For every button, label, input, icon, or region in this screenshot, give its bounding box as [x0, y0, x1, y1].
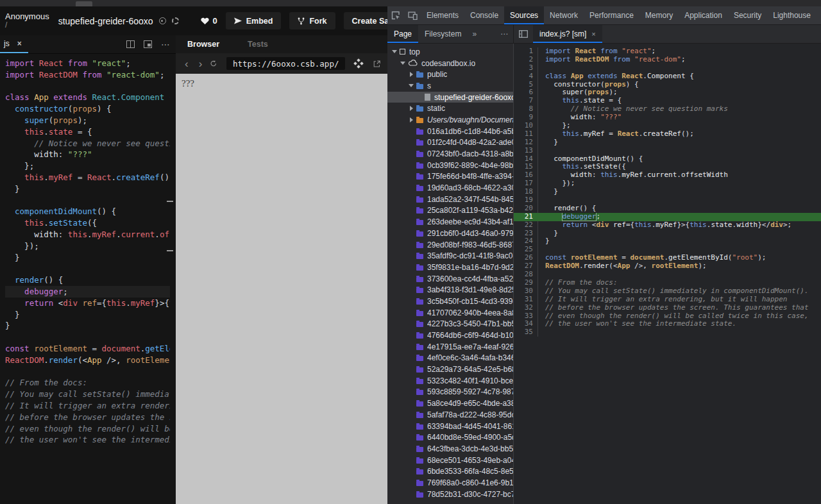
tab-browser[interactable]: Browser — [187, 40, 219, 49]
tree-item-5afaf78a-d222-4c88-95dc-2[interactable]: 5afaf78a-d222-4c88-95dc-2 — [387, 409, 513, 421]
tree-item-users-bvaughn-documents-g[interactable]: Users/bvaughn/Documents/g — [387, 114, 513, 126]
line-number[interactable]: 19 — [514, 196, 538, 205]
tree-item-263deebe-ec9d-43b4-af1c-1[interactable]: 263deebe-ec9d-43b4-af1c-1 — [387, 216, 513, 228]
tree-item-68ece501-4653-49eb-a049-2[interactable]: 68ece501-4653-49eb-a049-2 — [387, 455, 513, 466]
tree-item-291cb6f0-d4d3-46a0-979d-d[interactable]: 291cb6f0-d4d3-46a0-979d-d — [387, 228, 513, 239]
devtools-tab-lighthouse[interactable]: Lighthouse — [767, 6, 817, 24]
line-number[interactable]: 12 — [514, 139, 538, 147]
open-external-icon[interactable] — [373, 60, 381, 68]
sidebar-menu-icon[interactable]: ⋯ — [496, 25, 513, 43]
editor-more-icon[interactable]: ⋯ — [161, 39, 171, 49]
devtools-tab-application[interactable]: Application — [679, 6, 728, 24]
tree-item-3c5b450f-cb15-4cd3-939d-5[interactable]: 3c5b450f-cb15-4cd3-939d-5 — [387, 296, 513, 307]
line-number[interactable]: 29 — [514, 279, 538, 287]
devtools-tab-console[interactable]: Console — [464, 6, 504, 24]
tree-item-1ada52a2-347f-454b-845b-a[interactable]: 1ada52a2-347f-454b-845b-a — [387, 194, 513, 205]
tree-item-593c8859-5927-4c78-987c-5[interactable]: 593c8859-5927-4c78-987c-5 — [387, 387, 513, 398]
devtools-tab-elements[interactable]: Elements — [421, 6, 464, 24]
tree-item-01f2c4fd-04d8-42a2-ade0-3[interactable]: 01f2c4fd-04d8-42a2-ade0-3 — [387, 137, 513, 149]
tree-item-35f9831e-ba16-4b7d-9d26-4[interactable]: 35f9831e-ba16-4b7d-9d26-4 — [387, 262, 513, 273]
line-number[interactable]: 30 — [514, 287, 538, 296]
tree-item-19d60ad3-68cb-4622-a30f-3[interactable]: 19d60ad3-68cb-4622-a30f-3 — [387, 182, 513, 194]
line-number[interactable]: 5 — [514, 81, 538, 89]
line-number[interactable]: 2 — [514, 56, 538, 64]
devtools-tab-sources[interactable]: Sources — [504, 6, 544, 24]
devtools-tab-security[interactable]: Security — [728, 6, 767, 24]
devtools-tab-memory[interactable]: Memory — [639, 6, 679, 24]
tree-item-5a8ce4d9-e65c-4bde-a38c-a[interactable]: 5a8ce4d9-e65c-4bde-a38c-a — [387, 398, 513, 409]
tree-item-4227b3c3-5450-47b1-bb54-[interactable]: 4227b3c3-5450-47b1-bb54- — [387, 319, 513, 330]
tree-item-64c3fbea-3dcb-4e3d-bb58-2[interactable]: 64c3fbea-3dcb-4e3d-bb58-2 — [387, 443, 513, 455]
tree-item-175fe66d-b4f8-4ffe-a394-ffb[interactable]: 175fe66d-b4f8-4ffe-a394-ffb — [387, 171, 513, 183]
file-tab-indexjs[interactable]: index.js? [sm] × — [533, 25, 602, 43]
line-number[interactable]: 20 — [514, 205, 538, 213]
line-number[interactable]: 3 — [514, 64, 538, 72]
chevron-down-icon[interactable] — [408, 84, 414, 87]
tree-item-static[interactable]: static — [387, 103, 513, 114]
device-toolbar-icon[interactable] — [404, 6, 421, 24]
settings-gear-icon[interactable] — [172, 17, 179, 24]
source-code-view[interactable]: 1import React from "react";2import React… — [514, 44, 821, 504]
tree-item-public[interactable]: public — [387, 69, 513, 80]
editor-scroll-marker[interactable] — [167, 250, 173, 251]
editor-scroll-marker[interactable] — [167, 201, 173, 202]
collapse-sidebar-icon[interactable] — [514, 25, 533, 43]
tree-item-25ca802f-a119-453a-b42a-b[interactable]: 25ca802f-a119-453a-b42a-b — [387, 205, 513, 217]
tree-item-6440bd8e-59ed-4900-a5d1-[interactable]: 6440bd8e-59ed-4900-a5d1- — [387, 432, 513, 443]
chevron-right-icon[interactable] — [408, 117, 414, 122]
tree-item-47664db6-c6f9-464d-b102-4[interactable]: 47664db6-c6f9-464d-b102-4 — [387, 330, 513, 341]
line-number[interactable]: 1 — [514, 47, 538, 56]
devtools-tab-components[interactable]: Components — [817, 6, 821, 24]
tree-item-4ef0ce6c-3a46-4afa-b346-b[interactable]: 4ef0ce6c-3a46-4afa-b346-b — [387, 353, 513, 364]
editor-code[interactable]: import React from "react";import ReactDO… — [0, 54, 176, 446]
tree-item-4e17915a-ee7a-4eaf-9269-a[interactable]: 4e17915a-ee7a-4eaf-9269-a — [387, 341, 513, 353]
preview-window-icon[interactable] — [144, 40, 152, 48]
back-icon[interactable]: ‹ — [182, 58, 191, 69]
line-number[interactable]: 11 — [514, 130, 538, 139]
tree-item-6bde3533-66fa-48c5-8e58-f[interactable]: 6bde3533-66fa-48c5-8e58-f — [387, 466, 513, 477]
split-view-icon[interactable] — [126, 40, 135, 48]
line-number[interactable]: 13 — [514, 147, 538, 155]
tree-item-29ed08bf-f983-46d5-8687-4[interactable]: 29ed08bf-f983-46d5-8687-4 — [387, 239, 513, 251]
tree-item-5323c482-40f1-4910-bcea-0[interactable]: 5323c482-40f1-4910-bcea-0 — [387, 375, 513, 387]
line-number[interactable]: 35 — [514, 328, 538, 337]
tree-item-3ab4f318-f3d1-49e8-8d25-7[interactable]: 3ab4f318-f3d1-49e8-8d25-7 — [387, 284, 513, 296]
sandbox-title[interactable]: stupefied-greider-6ooxo — [58, 16, 153, 26]
tree-item-63394bad-4d45-4041-8611-[interactable]: 63394bad-4d45-4041-8611- — [387, 421, 513, 432]
line-number[interactable]: 22 — [514, 221, 538, 230]
tree-item-41707062-940b-4eea-8a8d-[interactable]: 41707062-940b-4eea-8a8d- — [387, 307, 513, 319]
line-number[interactable]: 28 — [514, 271, 538, 279]
tree-item-52a29a73-64a5-42e5-b68c-b[interactable]: 52a29a73-64a5-42e5-b68c-b — [387, 364, 513, 375]
editor-file-tab[interactable]: js × — [0, 35, 28, 53]
inspect-element-icon[interactable] — [387, 6, 404, 24]
devtools-tab-performance[interactable]: Performance — [584, 6, 639, 24]
devtools-tab-network[interactable]: Network — [544, 6, 584, 24]
tree-item-769f68a0-c860-41e6-9b13-6[interactable]: 769f68a0-c860-41e6-9b13-6 — [387, 477, 513, 489]
line-number[interactable]: 10 — [514, 122, 538, 130]
like-control[interactable]: 0 — [201, 16, 217, 26]
tree-item-stupefied-greider-6ooxo[interactable]: stupefied-greider-6ooxo — [387, 92, 513, 103]
tree-item-s[interactable]: s — [387, 80, 513, 92]
tree-item-0cb39f62-889c-4b4e-98bb-1[interactable]: 0cb39f62-889c-4b4e-98bb-1 — [387, 160, 513, 171]
tab-tests[interactable]: Tests — [248, 40, 268, 49]
embed-button[interactable]: Embed — [226, 12, 282, 29]
responsive-grid-icon[interactable] — [354, 59, 363, 68]
forward-icon[interactable]: › — [196, 58, 205, 69]
more-tabs-icon[interactable]: » — [468, 25, 481, 43]
file-tab-close-icon[interactable]: × — [591, 30, 595, 38]
url-bar[interactable]: https://6ooxo.csb.app/ — [226, 57, 346, 70]
line-number[interactable]: 8 — [514, 105, 538, 113]
tree-item-373600ea-cc4d-4fba-a521-7[interactable]: 373600ea-cc4d-4fba-a521-7 — [387, 273, 513, 285]
tree-item-35afdf9c-dc91-41f8-9ac0-31[interactable]: 35afdf9c-dc91-41f8-9ac0-31 — [387, 250, 513, 262]
tree-item-top[interactable]: top — [387, 46, 513, 58]
tab-filesystem[interactable]: Filesystem — [418, 25, 468, 43]
chevron-right-icon[interactable] — [408, 106, 414, 111]
line-number[interactable]: 6 — [514, 88, 538, 97]
line-number[interactable]: 31 — [514, 296, 538, 304]
create-sandbox-button[interactable]: Create Sandbox — [344, 12, 387, 29]
line-number[interactable]: 32 — [514, 304, 538, 312]
tree-item-78d52b31-d30c-4727-bc71-[interactable]: 78d52b31-d30c-4727-bc71- — [387, 489, 513, 500]
user-block[interactable]: Anonymous / — [5, 12, 49, 29]
privacy-globe-icon[interactable] — [159, 17, 166, 24]
line-number[interactable]: 4 — [514, 72, 538, 81]
